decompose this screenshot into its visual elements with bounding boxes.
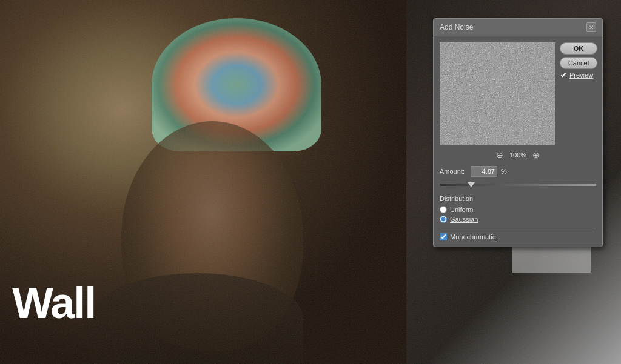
ok-button[interactable]: OK: [560, 42, 597, 55]
uniform-label[interactable]: Uniform: [450, 206, 474, 213]
monochromatic-checkbox[interactable]: [440, 233, 447, 240]
slider-container[interactable]: [440, 180, 596, 189]
uniform-radio-row: Uniform: [440, 206, 596, 213]
preview-canvas[interactable]: [440, 42, 555, 145]
slider-row: [440, 180, 596, 189]
dialog-titlebar: Add Noise ✕: [434, 19, 602, 36]
amount-label: Amount:: [440, 168, 467, 175]
dialog-buttons: OK Cancel: [560, 42, 597, 69]
wall-text: Wall: [12, 278, 95, 328]
distribution-label: Distribution: [440, 195, 596, 202]
preview-check-row: Preview: [560, 71, 597, 79]
close-button[interactable]: ✕: [586, 22, 596, 32]
percent-label: %: [501, 168, 507, 175]
dialog-buttons-area: OK Cancel Preview: [560, 42, 597, 145]
add-noise-dialog: Add Noise ✕ OK Cancel Preview ⊖ 100%: [433, 18, 603, 247]
gaussian-label[interactable]: Gaussian: [450, 216, 478, 223]
cancel-button[interactable]: Cancel: [560, 57, 597, 69]
dialog-content: OK Cancel Preview ⊖ 100% ⊕ Amount: %: [434, 36, 602, 247]
zoom-value: 100%: [509, 151, 526, 159]
zoom-out-icon[interactable]: ⊖: [496, 150, 503, 160]
preview-checkbox[interactable]: [560, 71, 567, 79]
amount-row: Amount: %: [440, 166, 596, 177]
gaussian-radio[interactable]: [440, 216, 447, 223]
dialog-title: Add Noise: [440, 23, 473, 31]
amount-input[interactable]: [471, 166, 497, 177]
slider-track: [440, 184, 596, 186]
preview-row: OK Cancel Preview: [440, 42, 596, 145]
uniform-radio[interactable]: [440, 206, 447, 213]
gaussian-radio-row: Gaussian: [440, 216, 596, 223]
zoom-row: ⊖ 100% ⊕: [440, 150, 596, 160]
preview-label[interactable]: Preview: [569, 71, 593, 79]
noise-preview: [440, 42, 555, 145]
monochromatic-label[interactable]: Monochromatic: [450, 233, 495, 240]
zoom-in-icon[interactable]: ⊕: [532, 150, 540, 160]
slider-thumb: [468, 182, 475, 187]
monochromatic-row: Monochromatic: [440, 228, 596, 240]
